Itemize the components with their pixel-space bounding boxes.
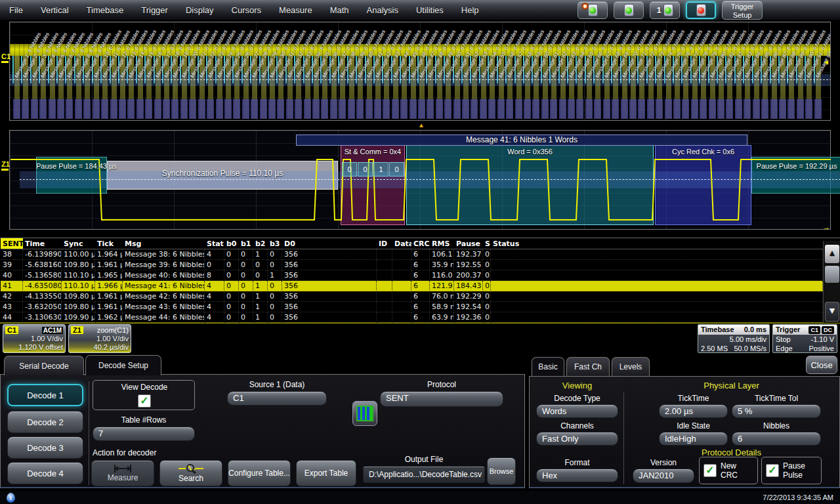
table-cell: 6 <box>411 302 430 312</box>
menu-item-math[interactable]: Math <box>330 5 349 15</box>
table-cell: Message 38: 6 Nibbles 1... <box>123 249 205 260</box>
column-header-b0[interactable]: b0 <box>224 238 239 249</box>
bit-cell: 1 <box>373 162 388 177</box>
tab-levels[interactable]: Levels <box>612 357 650 376</box>
z1-descriptor-box[interactable]: Z1 zoom(C1) 1.00 V/div 40.2 µs/div <box>68 324 131 353</box>
normal-trigger-button[interactable] <box>614 1 644 19</box>
table-row-message-43[interactable]: 43-3.632050 ms109.80 µs1.961 µsMessage 4… <box>1 302 823 312</box>
decode-2-button[interactable]: Decode 2 <box>7 411 83 433</box>
measure-button[interactable]: Measure <box>91 460 154 486</box>
z1-grid[interactable]: Message 41: 6 Nibbles 1 Words Pause Puls… <box>9 130 831 230</box>
z1-zoom-area[interactable]: Z1 Message 41: 6 Nibbles 1 Words Pause P… <box>0 129 840 232</box>
view-decode-checkbox[interactable] <box>138 394 151 408</box>
trigger-level: -1.10 V <box>811 335 834 344</box>
output-file-field[interactable]: D:\Applicatio...\DecodeTable.csv <box>363 466 485 483</box>
table-row-message-42[interactable]: 42-4.133550 ms109.80 µs1.961 µsMessage 4… <box>1 291 823 302</box>
column-header-tick[interactable]: Tick <box>95 238 123 249</box>
configure-table-button[interactable]: Configure Table... <box>228 460 291 486</box>
format-select[interactable]: Hex <box>536 469 618 482</box>
c1-grid[interactable]: Message 1: 6 NibblesMessage 2: 6 Nibbles… <box>9 22 831 121</box>
trigger-setup-button[interactable]: Trigger Setup <box>722 1 763 20</box>
table-cell: -3.632050 ms <box>23 302 62 312</box>
ticktime-field[interactable]: 2.00 µs <box>659 404 728 418</box>
table-scrollbar[interactable]: ▲ ▼ <box>823 241 840 323</box>
menu-item-file[interactable]: File <box>9 5 23 15</box>
c1-waveform-area[interactable]: C1 Message 1: 6 NibblesMessage 2: 6 Nibb… <box>0 20 840 123</box>
column-header-crc[interactable]: CRC <box>411 238 430 249</box>
column-header-stat[interactable]: Stat <box>205 238 224 249</box>
word-label: Word = 0x356 <box>406 148 654 156</box>
column-header-msg[interactable]: Msg <box>123 238 205 249</box>
decode-4-button[interactable]: Decode 4 <box>7 462 83 484</box>
trigger-position-marker[interactable]: ▲ <box>418 122 425 129</box>
column-header-rms[interactable]: RMS <box>430 238 454 249</box>
auto-trigger-button[interactable] <box>578 1 608 19</box>
scroll-right-arrow[interactable]: → <box>822 222 830 232</box>
info-icon[interactable]: i <box>7 493 15 503</box>
menu-item-measure[interactable]: Measure <box>279 5 312 15</box>
column-header-sent[interactable]: SENT <box>1 238 23 249</box>
column-header-d0[interactable]: D0 <box>282 238 377 249</box>
single-trigger-button[interactable]: 1 <box>650 1 680 19</box>
stop-trigger-button[interactable] <box>686 1 716 19</box>
column-header-s[interactable]: S <box>483 238 491 249</box>
menu-item-utilities[interactable]: Utilities <box>416 5 444 15</box>
tab-serial-decode[interactable]: Serial Decode <box>4 356 84 375</box>
c1-descriptor-box[interactable]: C1 AC1M 1.00 V/div 1.120 V offset <box>3 324 66 353</box>
column-header-status[interactable]: Status <box>491 238 823 249</box>
table-row-message-39[interactable]: 39-5.638160 ms109.80 µs1.961 µsMessage 3… <box>1 260 823 270</box>
trigger-mode: Stop <box>776 335 791 344</box>
idle-state-select[interactable]: IdleHigh <box>659 432 728 446</box>
tab-basic[interactable]: Basic <box>532 357 564 376</box>
decode-1-button[interactable]: Decode 1 <box>7 384 83 406</box>
table-cell: 6 <box>411 281 430 291</box>
pause-pulse-checkbox[interactable] <box>766 464 779 477</box>
menu-item-help[interactable]: Help <box>461 5 479 15</box>
table-cell: 110.00 µs <box>62 249 95 260</box>
browse-button[interactable]: Browse <box>487 457 516 485</box>
table-cell: 0 <box>224 312 239 323</box>
column-header-time[interactable]: Time <box>23 238 62 249</box>
version-select[interactable]: JAN2010 <box>633 469 694 483</box>
tab-fast-ch[interactable]: Fast Ch <box>566 357 610 376</box>
close-button[interactable]: Close <box>806 356 837 374</box>
tab-decode-setup[interactable]: Decode Setup <box>85 355 161 375</box>
table-rows-field[interactable]: 7 <box>93 427 195 441</box>
scroll-up-button[interactable]: ▲ <box>825 245 839 263</box>
column-header-id[interactable]: ID <box>377 238 392 249</box>
protocol-select[interactable]: SENT <box>380 391 503 407</box>
new-crc-group: New CRC <box>699 457 758 484</box>
column-header-b1[interactable]: b1 <box>239 238 253 249</box>
table-row-message-38[interactable]: 38-6.139890 ms110.00 µs1.964 µsMessage 3… <box>1 249 823 260</box>
table-row-message-41[interactable]: 41-4.635080 ms110.10 µs1.966 µsMessage 4… <box>1 281 823 291</box>
decode-3-button[interactable]: Decode 3 <box>7 436 83 459</box>
menu-item-cursors[interactable]: Cursors <box>232 5 262 15</box>
column-header-b3[interactable]: b3 <box>268 238 282 249</box>
channels-select[interactable]: Fast Only <box>536 432 618 446</box>
scroll-down-button[interactable]: ▼ <box>825 302 839 322</box>
source1-field[interactable]: C1 <box>227 391 327 406</box>
timebase-box[interactable]: Timebase 0.0 ms 5.00 ms/div 2.50 MS 50.0… <box>698 324 770 353</box>
column-header-b2[interactable]: b2 <box>253 238 268 249</box>
menu-item-vertical[interactable]: Vertical <box>41 5 69 15</box>
nibbles-field[interactable]: 6 <box>732 432 821 446</box>
table-row-message-44[interactable]: 44-3.130630 ms109.90 µs1.962 µsMessage 4… <box>1 312 823 323</box>
menu-item-timebase[interactable]: Timebase <box>87 5 124 15</box>
search-button[interactable]: Search <box>159 460 222 486</box>
export-table-button[interactable]: Export Table <box>296 460 356 486</box>
column-header-data[interactable]: Data <box>392 238 411 249</box>
column-header-sync[interactable]: Sync <box>62 238 95 249</box>
column-header-pause-p[interactable]: Pause P <box>454 238 483 249</box>
table-cell <box>491 291 823 302</box>
ticktime-tol-field[interactable]: 5 % <box>732 404 821 418</box>
table-row-message-40[interactable]: 40-5.136580 ms110.10 µs1.965 µsMessage 4… <box>1 270 823 281</box>
scroll-thumb[interactable] <box>825 266 839 283</box>
menu-item-trigger[interactable]: Trigger <box>141 5 168 15</box>
trigger-box[interactable]: Trigger C1 DC Stop -1.10 V Edge Positive <box>772 324 837 353</box>
trigger-level-marker[interactable]: ◄ <box>823 58 830 66</box>
table-cell: 0 <box>268 312 282 323</box>
decode-type-select[interactable]: Words <box>536 404 618 418</box>
menu-item-analysis[interactable]: Analysis <box>367 5 398 15</box>
menu-item-display[interactable]: Display <box>186 5 214 15</box>
new-crc-checkbox[interactable] <box>704 464 717 477</box>
